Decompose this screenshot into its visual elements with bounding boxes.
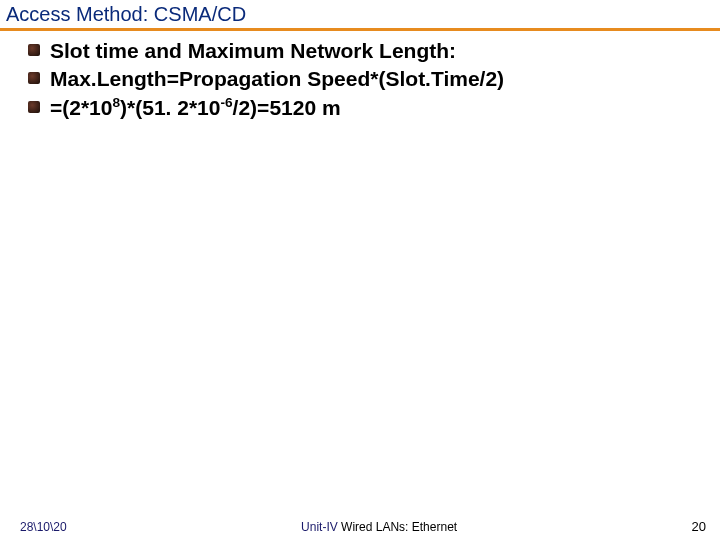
bullet-text: Max.Length=Propagation Speed*(Slot.Time/… xyxy=(50,67,504,90)
footer-date: 28\10\20 xyxy=(20,520,67,534)
bullet-text: =(2*108)*(51. 2*10-6/2)=5120 m xyxy=(50,96,341,119)
slide-title: Access Method: CSMA/CD xyxy=(6,3,246,25)
bullet-item: Slot time and Maximum Network Length: xyxy=(28,37,710,65)
slide-body: Slot time and Maximum Network Length: Ma… xyxy=(0,31,720,122)
footer-topic: Wired LANs: Ethernet xyxy=(338,520,457,534)
slide-footer: 28\10\20 Unit-IV Wired LANs: Ethernet 20 xyxy=(0,514,720,540)
bullet-text: Slot time and Maximum Network Length: xyxy=(50,39,456,62)
slide-title-bar: Access Method: CSMA/CD xyxy=(0,0,720,31)
footer-page-number: 20 xyxy=(692,519,706,534)
footer-unit-label: Unit-IV xyxy=(301,520,338,534)
footer-center: Unit-IV Wired LANs: Ethernet xyxy=(67,520,692,534)
bullet-item: Max.Length=Propagation Speed*(Slot.Time/… xyxy=(28,65,710,93)
bullet-item: =(2*108)*(51. 2*10-6/2)=5120 m xyxy=(28,94,710,122)
